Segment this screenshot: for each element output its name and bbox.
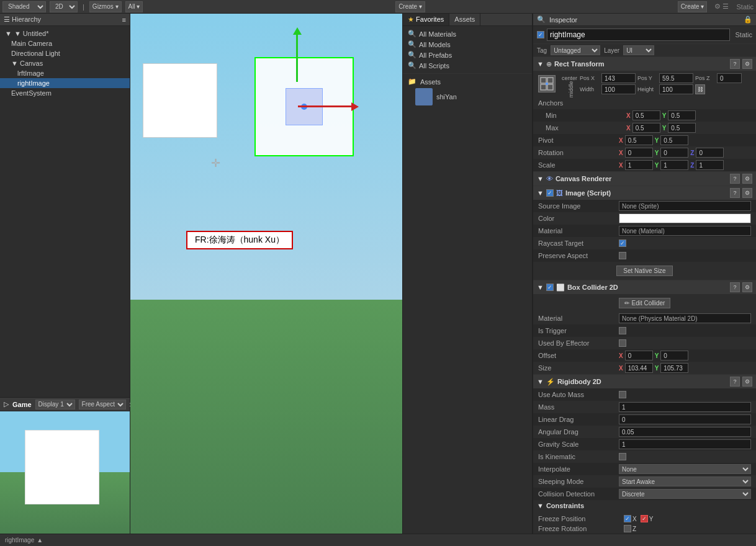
box-collider-2d-header[interactable]: ▼ ✓ ⬜ Box Collider 2D ? ⚙ <box>533 280 756 294</box>
used-by-effector-checkbox[interactable] <box>619 339 626 347</box>
rb-settings-icon[interactable]: ⚙ <box>742 377 752 387</box>
use-auto-mass-checkbox[interactable] <box>619 391 626 398</box>
mode-select[interactable]: 2D <box>50 1 78 12</box>
pos-z-field[interactable] <box>717 73 742 83</box>
scene-rotate-icon[interactable]: ✛ <box>211 156 220 170</box>
scale-x-field[interactable] <box>625 160 653 170</box>
is-trigger-checkbox[interactable] <box>619 327 626 334</box>
pos-x-field[interactable] <box>601 73 636 83</box>
angular-drag-field[interactable] <box>619 427 751 437</box>
scene-area: ✛ FR:徐海涛（hunk Xu） <box>130 14 402 534</box>
pivot-y-field[interactable] <box>660 135 688 145</box>
rot-x-field[interactable] <box>625 148 653 158</box>
freeze-rot-z-checkbox[interactable] <box>624 525 631 532</box>
tab-assets[interactable]: Assets <box>449 14 480 25</box>
tag-select[interactable]: Untagged <box>551 45 600 55</box>
canvas-settings-icon[interactable]: ⚙ <box>742 174 752 184</box>
rot-y-field[interactable] <box>660 148 688 158</box>
rb-info-icon[interactable]: ? <box>730 377 740 387</box>
tree-item-lrft-image[interactable]: lrftImage <box>0 68 130 78</box>
tab-favorites[interactable]: ★ Favorites <box>403 14 449 25</box>
source-image-field[interactable]: None (Sprite) <box>619 201 751 211</box>
layer-select[interactable]: UI <box>623 45 654 55</box>
image-enabled-checkbox[interactable]: ✓ <box>546 189 554 197</box>
anchor-max-y-field[interactable] <box>668 123 696 133</box>
hierarchy-menu-icon[interactable]: ≡ <box>122 16 126 24</box>
material-field[interactable]: None (Material) <box>619 226 751 236</box>
rigidbody-2d-header[interactable]: ▼ ⚡ Rigidbody 2D ? ⚙ <box>533 375 756 388</box>
edit-collider-button[interactable]: ✏ Edit Collider <box>619 298 671 308</box>
image-script-header[interactable]: ▼ ✓ 🖼 Image (Script) ? ⚙ <box>533 186 756 200</box>
tree-item-dir-light[interactable]: Directional Light <box>0 48 130 58</box>
freeze-pos-y-checkbox[interactable]: ✓ <box>641 515 648 522</box>
inspector-lock-icon[interactable]: 🔒 <box>744 16 752 24</box>
offset-y-field[interactable] <box>660 351 688 360</box>
fav-item-all-prefabs[interactable]: 🔍 All Prefabs <box>405 50 529 60</box>
gizmos-button[interactable]: Gizmos ▾ <box>89 1 122 12</box>
fav-item-all-models[interactable]: 🔍 All Models <box>405 39 529 50</box>
raycast-target-checkbox[interactable]: ✓ <box>619 239 626 247</box>
tree-item-right-image[interactable]: rightImage <box>0 78 130 88</box>
collider-settings-icon[interactable]: ⚙ <box>742 282 752 292</box>
height-field[interactable] <box>659 84 693 94</box>
scale-y-field[interactable] <box>660 160 688 170</box>
sleeping-mode-select[interactable]: Start Awake <box>619 477 751 486</box>
is-kinematic-checkbox[interactable] <box>619 453 626 460</box>
tree-item-canvas[interactable]: ▼ Canvas <box>0 58 130 68</box>
tree-item-untitled[interactable]: ▼ ▼ Untitled* <box>0 29 130 38</box>
gravity-scale-field[interactable] <box>619 439 751 449</box>
fav-item-all-scripts[interactable]: 🔍 All Scripts <box>405 60 529 71</box>
rect-transform-header[interactable]: ▼ ⊕ Rect Transform ? ⚙ <box>533 57 756 71</box>
rect-settings-icon[interactable]: ⚙ <box>742 59 752 69</box>
scene-up-arrow-handle[interactable] <box>296 32 298 82</box>
create2-button[interactable]: Create ▾ <box>678 1 708 12</box>
image-info-icon[interactable]: ? <box>730 188 740 198</box>
create-button[interactable]: Create ▾ <box>395 1 425 12</box>
assets-folder-row[interactable]: 📁 Assets <box>405 76 529 87</box>
canvas-renderer-header[interactable]: ▼ 👁 Canvas Renderer ? ⚙ <box>533 172 756 186</box>
pos-y-field[interactable] <box>659 73 693 83</box>
scene-right-arrow-handle[interactable] <box>298 105 354 107</box>
mass-field[interactable] <box>619 402 751 412</box>
object-enabled-checkbox[interactable]: ✓ <box>537 31 544 38</box>
display-select[interactable]: Display 1 <box>35 400 75 410</box>
offset-x-field[interactable] <box>625 351 653 360</box>
preserve-aspect-checkbox[interactable] <box>619 252 626 259</box>
set-native-size-button[interactable]: Set Native Size <box>616 266 672 276</box>
size-y-field[interactable] <box>660 363 688 373</box>
freeze-pos-x-checkbox[interactable]: ✓ <box>624 515 631 522</box>
collider-info-icon[interactable]: ? <box>730 282 740 292</box>
anchor-min-x-field[interactable] <box>632 110 660 120</box>
tree-item-main-camera[interactable]: Main Camera <box>0 38 130 48</box>
scene-view[interactable]: ✛ FR:徐海涛（hunk Xu） <box>130 14 402 534</box>
game-tab-label[interactable]: Game <box>12 401 32 408</box>
pivot-x-field[interactable] <box>625 135 653 145</box>
interpolate-select[interactable]: None <box>619 464 751 474</box>
collider-enabled-checkbox[interactable]: ✓ <box>546 284 554 291</box>
width-field[interactable] <box>601 84 636 94</box>
size-x-field[interactable] <box>625 363 653 373</box>
all-button[interactable]: All ▾ <box>125 1 143 12</box>
anchor-min-y-field[interactable] <box>668 110 696 120</box>
tree-item-event-system[interactable]: EventSystem <box>0 88 130 98</box>
constrain-proportions-icon[interactable]: ⛓ <box>695 84 705 94</box>
constraints-header[interactable]: ▼ Constraints <box>533 500 756 511</box>
color-field[interactable] <box>619 213 751 223</box>
rect-anchor-icon[interactable] <box>538 75 556 92</box>
shading-select[interactable]: Shaded <box>2 1 46 12</box>
scale-row: Scale X Y Z <box>533 159 756 171</box>
scale-z-field[interactable] <box>696 160 724 170</box>
object-name-input[interactable] <box>547 29 730 41</box>
rect-info-icon[interactable]: ? <box>730 59 740 69</box>
rot-z-field[interactable] <box>696 148 724 158</box>
image-settings-icon[interactable]: ⚙ <box>742 188 752 198</box>
scene-left-image[interactable] <box>143 63 217 138</box>
linear-drag-field[interactable] <box>619 414 751 424</box>
collision-detection-select[interactable]: Discrete <box>619 489 751 499</box>
assets-shiyan-row[interactable]: shiYan <box>405 87 529 107</box>
collider-material-field[interactable]: None (Physics Material 2D) <box>619 313 751 323</box>
fav-item-all-materials[interactable]: 🔍 All Materials <box>405 29 529 39</box>
anchor-max-x-field[interactable] <box>632 123 660 133</box>
canvas-info-icon[interactable]: ? <box>730 174 740 184</box>
aspect-select[interactable]: Free Aspect <box>79 400 126 410</box>
